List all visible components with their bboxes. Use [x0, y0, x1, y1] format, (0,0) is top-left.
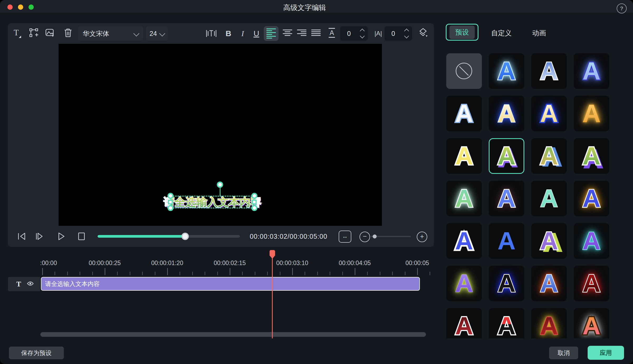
- preset-tile-yellow-green-violet-shadow[interactable]: AAA: [574, 138, 609, 174]
- char-spacing-icon[interactable]: |A|: [372, 28, 385, 39]
- ruler-label: 00:00:01:20: [151, 260, 183, 267]
- delete-trash-icon[interactable]: [62, 27, 74, 38]
- tab-custom[interactable]: 自定义: [491, 28, 512, 38]
- handle-bottom-right[interactable]: [251, 205, 257, 211]
- text-tool-button[interactable]: T: [12, 27, 23, 38]
- close-traffic-light[interactable]: [7, 4, 13, 10]
- preset-tile-no-style[interactable]: [446, 53, 482, 89]
- preset-tile-orange-pink-brown-outline[interactable]: AA: [574, 308, 609, 338]
- preset-tile-gold-glow[interactable]: AA: [574, 96, 609, 131]
- cancel-button[interactable]: 取消: [549, 347, 578, 359]
- major-tick: [230, 268, 230, 275]
- playhead-handle[interactable]: [270, 250, 275, 259]
- preset-tile-blue-plain[interactable]: A: [489, 223, 524, 259]
- preset-tile-purple-lime-shadow[interactable]: AAA: [531, 223, 567, 259]
- glyph-fill: A: [446, 138, 482, 174]
- handle-mid-right[interactable]: [252, 200, 257, 204]
- horizontal-scrollbar[interactable]: [40, 332, 426, 337]
- style-layers-icon[interactable]: [417, 27, 429, 38]
- preset-tile-purple-lime-glow[interactable]: AA: [446, 266, 482, 301]
- selection-box[interactable]: [170, 196, 255, 208]
- handle-bottom-left[interactable]: [167, 205, 174, 211]
- preset-tile-white-gold-blue-outline[interactable]: AA: [531, 96, 567, 131]
- tab-presets-label: 预设: [449, 26, 475, 39]
- preset-tile-blue-fire-glow[interactable]: AA: [531, 266, 567, 301]
- font-size-select[interactable]: 24: [146, 26, 168, 41]
- add-image-icon[interactable]: [44, 27, 56, 38]
- fit-to-window-icon[interactable]: ↔: [339, 231, 351, 243]
- handle-top-right[interactable]: [251, 193, 257, 199]
- apply-button[interactable]: 应用: [588, 346, 624, 360]
- line-spacing-value: 0: [347, 30, 351, 37]
- bold-button[interactable]: B: [223, 28, 234, 39]
- preset-tile-green-orange-blue-shadow[interactable]: AAA: [531, 138, 567, 174]
- zoom-slider-thumb[interactable]: [373, 234, 377, 238]
- preset-tile-yellow-white-outline[interactable]: AA: [446, 138, 482, 174]
- rotation-handle[interactable]: [217, 181, 223, 188]
- zoom-slider-track[interactable]: [371, 236, 411, 237]
- zoom-in-icon[interactable]: +: [417, 232, 427, 242]
- visibility-eye-icon[interactable]: [27, 281, 34, 287]
- font-family-select[interactable]: 华文宋体: [78, 26, 143, 41]
- ruler-label: 00:00:00:25: [89, 260, 121, 267]
- glyph-fill: A: [446, 181, 482, 216]
- preset-tile-blue-to-white[interactable]: AA: [531, 53, 567, 89]
- next-frame-button[interactable]: [34, 232, 45, 242]
- tab-animation[interactable]: 动画: [532, 28, 546, 38]
- align-justify-button[interactable]: [310, 27, 322, 38]
- minor-tick: [180, 272, 180, 275]
- underline-button[interactable]: U: [251, 28, 262, 39]
- transform-tool-icon[interactable]: [28, 27, 40, 38]
- help-icon[interactable]: ?: [617, 3, 627, 13]
- text-tool-corner-triangle: [19, 36, 21, 38]
- seek-slider-track[interactable]: [98, 235, 240, 238]
- previous-frame-button[interactable]: [16, 232, 27, 242]
- preset-tile-periwinkle-navy-outline[interactable]: AA: [574, 53, 609, 89]
- preset-tile-white-periwinkle-outline[interactable]: AA: [446, 96, 482, 131]
- minor-tick: [92, 272, 93, 275]
- handle-mid-left[interactable]: [168, 200, 173, 204]
- vertical-text-icon[interactable]: [204, 28, 219, 39]
- align-center-button[interactable]: [282, 27, 293, 38]
- minimize-traffic-light[interactable]: [18, 4, 23, 10]
- italic-button[interactable]: I: [237, 28, 248, 39]
- minor-tick: [55, 272, 55, 275]
- preset-tile-purple-neon-cyan[interactable]: AA: [574, 223, 609, 259]
- preset-tile-blue-cyan-glow[interactable]: AA: [489, 53, 524, 89]
- stepper-arrows-icon[interactable]: [405, 29, 408, 38]
- line-spacing-icon[interactable]: A: [326, 27, 338, 38]
- preset-tile-white-gold-blue-glow[interactable]: AA: [489, 96, 524, 131]
- play-button[interactable]: [56, 232, 66, 242]
- preset-tile-teal-green-glow[interactable]: AA: [446, 181, 482, 216]
- text-clip[interactable]: 请全选输入文本内容: [41, 277, 420, 291]
- preset-tile-darkred-red[interactable]: AA: [446, 308, 482, 338]
- preset-tile-periwinkle-maroon-outline[interactable]: AA: [489, 181, 524, 216]
- major-tick: [292, 268, 293, 275]
- seek-slider-thumb[interactable]: [181, 233, 189, 240]
- text-track-icon: T: [16, 280, 21, 288]
- char-spacing-stepper[interactable]: 0: [385, 26, 412, 41]
- none-slash-icon: [446, 53, 482, 89]
- tab-presets[interactable]: 预设: [446, 24, 478, 41]
- glyph-fill: A: [446, 308, 482, 338]
- stop-button[interactable]: [77, 232, 86, 242]
- minor-tick: [242, 272, 243, 275]
- preset-tile-red-black-split[interactable]: AA: [489, 308, 524, 338]
- preset-tile-blue-white-outline[interactable]: AA: [446, 223, 482, 259]
- preset-tile-black-blue-neon[interactable]: AA: [489, 266, 524, 301]
- zoom-out-icon[interactable]: −: [359, 232, 370, 242]
- preset-tile-mint-plain[interactable]: AA: [531, 181, 567, 216]
- preset-tile-blue-orange-outline[interactable]: AA: [574, 181, 609, 216]
- line-spacing-stepper[interactable]: 0: [340, 26, 368, 41]
- text-clip-label: 请全选输入文本内容: [45, 280, 100, 288]
- handle-top-left[interactable]: [167, 193, 174, 199]
- save-as-preset-button[interactable]: 保存为预设: [9, 347, 64, 359]
- preset-tile-maroon-yellow-glow[interactable]: AA: [531, 308, 567, 338]
- zoom-traffic-light[interactable]: [28, 4, 34, 10]
- align-right-button[interactable]: [296, 27, 308, 38]
- align-left-button-active[interactable]: [264, 26, 279, 41]
- preset-tile-black-red-glow[interactable]: AA: [574, 266, 609, 301]
- preset-tile-yellow-green-purple-shadow[interactable]: AAA: [489, 138, 524, 174]
- minor-tick: [130, 272, 130, 275]
- stepper-arrows-icon[interactable]: [361, 29, 364, 38]
